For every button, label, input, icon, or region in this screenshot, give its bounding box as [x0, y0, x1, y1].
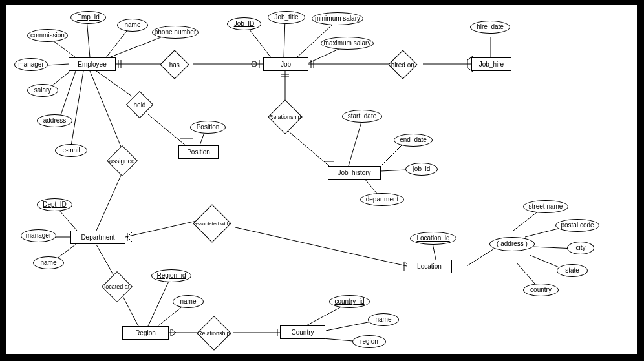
label: start_date: [348, 113, 376, 119]
label: maximum salary: [324, 40, 371, 46]
svg-line-40: [96, 245, 116, 279]
label: postal code: [561, 222, 594, 229]
attr-job-title: Job_title: [268, 11, 305, 24]
label: manager: [18, 61, 43, 68]
attr-commission: commission: [27, 29, 68, 42]
label: hire_date: [477, 24, 504, 30]
attr-postal-code: postal code: [555, 219, 599, 232]
attr-hire-date: hire_date: [470, 21, 510, 34]
entity-location: Location: [407, 260, 452, 273]
attr-manager-emp: manager: [14, 58, 48, 71]
attr-country-name: name: [368, 313, 399, 326]
label: Employee: [78, 61, 106, 68]
label: held: [134, 101, 146, 108]
attr-salary: salary: [27, 84, 58, 97]
attr-loc-address: ( address ): [489, 237, 535, 251]
rel-located-at: located at: [102, 271, 133, 302]
label: Region_id: [156, 273, 186, 279]
rel-hired-on: hired on: [388, 50, 417, 79]
attr-start-date: start_date: [342, 110, 382, 123]
attr-region-id: Region_id: [151, 269, 191, 282]
label: name: [40, 260, 56, 266]
label: Department: [81, 234, 114, 241]
label: end_date: [400, 137, 427, 143]
attr-dept-name: name: [33, 256, 64, 269]
svg-line-6: [70, 71, 83, 150]
label: e-mail: [62, 147, 80, 154]
svg-line-64: [127, 237, 133, 242]
svg-line-18: [148, 114, 187, 147]
label: has: [169, 61, 180, 68]
label: Region: [135, 329, 156, 336]
attr-address-emp: address: [37, 114, 72, 127]
svg-line-26: [90, 71, 122, 150]
attr-max-salary: maximum salary: [321, 37, 374, 50]
attr-email: e-mail: [55, 144, 87, 157]
label: region: [360, 338, 378, 345]
svg-line-11: [284, 19, 285, 57]
svg-line-0: [87, 19, 90, 57]
label: address: [43, 118, 67, 124]
attr-min-salary: minimum salary: [312, 12, 363, 25]
label: commission: [30, 32, 65, 39]
entity-job: Job: [263, 57, 308, 71]
attr-job-id: Job_ID: [227, 17, 261, 30]
label: Relationship: [198, 330, 230, 336]
attr-country-id: country_id: [329, 295, 370, 308]
svg-line-63: [127, 232, 133, 237]
label: minimum salary: [315, 15, 360, 22]
entity-department: Department: [70, 231, 125, 244]
svg-line-31: [125, 221, 197, 237]
label: country: [530, 287, 552, 293]
rel-assigned: assigned: [107, 145, 138, 176]
attr-end-date: end_date: [394, 134, 433, 147]
attr-region-name: name: [173, 295, 204, 308]
svg-line-22: [349, 118, 363, 166]
label: state: [565, 267, 579, 274]
attr-location-id: Location_id: [410, 232, 456, 245]
label: name: [124, 22, 140, 28]
attr-street-name: street name: [523, 200, 568, 213]
entity-job-history: Job_history: [328, 166, 381, 180]
label: assigned: [109, 158, 135, 165]
label: name: [180, 298, 196, 305]
svg-line-32: [235, 227, 407, 266]
rel-job-history: Relationship: [268, 99, 303, 134]
attr-name: name: [117, 19, 148, 32]
label: Position: [187, 149, 210, 156]
svg-line-68: [171, 329, 176, 333]
label: country_id: [334, 298, 364, 305]
svg-point-52: [252, 61, 257, 67]
label: Job_hire: [479, 61, 504, 68]
svg-line-33: [433, 243, 436, 260]
attr-jh-job-id: job_id: [405, 163, 438, 176]
rel-has: has: [160, 50, 189, 79]
svg-line-34: [467, 247, 497, 266]
svg-line-27: [96, 172, 122, 231]
label: Country: [291, 329, 314, 336]
label: Relationship: [269, 114, 301, 120]
label: department: [366, 196, 399, 203]
rel-region-country: Relationship: [197, 316, 231, 351]
attr-emp-id: Emp_Id: [70, 11, 106, 24]
label: name: [375, 316, 391, 323]
label: Job_ID: [234, 21, 255, 27]
entity-country: Country: [280, 325, 325, 339]
attr-state: state: [557, 264, 588, 277]
label: Dept_ID: [43, 201, 67, 208]
label: ( address ): [497, 241, 528, 247]
label: Job_history: [338, 169, 370, 176]
entity-position: Position: [178, 145, 219, 159]
svg-line-42: [148, 277, 171, 326]
label: Location_id: [416, 235, 449, 242]
label: located at: [104, 284, 129, 290]
attr-city: city: [567, 242, 594, 254]
label: phone number: [155, 29, 197, 36]
entity-region: Region: [122, 326, 169, 340]
rel-associated-with: associated with: [193, 204, 231, 242]
attr-manager-dept: manager: [21, 229, 56, 242]
svg-line-17: [96, 71, 132, 96]
svg-line-69: [171, 333, 176, 336]
label: Position: [197, 124, 220, 130]
svg-line-21: [285, 129, 329, 166]
